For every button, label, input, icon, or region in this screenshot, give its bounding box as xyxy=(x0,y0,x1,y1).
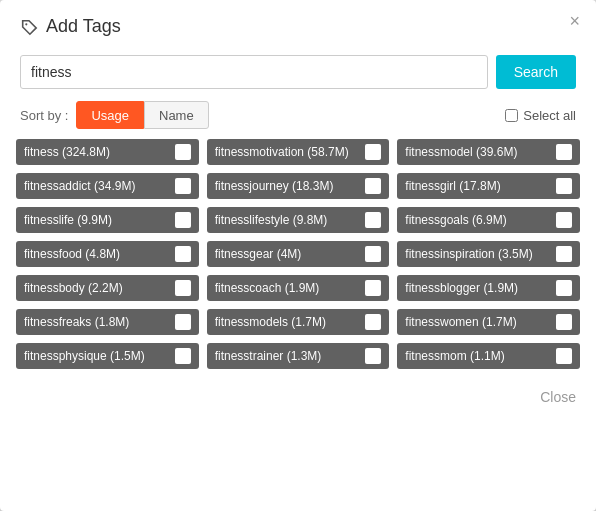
tag-item: fitness (324.8M) xyxy=(16,139,199,165)
tag-checkbox[interactable] xyxy=(365,212,381,228)
tag-checkbox[interactable] xyxy=(175,144,191,160)
tag-label: fitnesscoach (1.9M) xyxy=(215,281,360,295)
tag-checkbox[interactable] xyxy=(556,212,572,228)
tag-item: fitnessinspiration (3.5M) xyxy=(397,241,580,267)
tag-label: fitnessgoals (6.9M) xyxy=(405,213,550,227)
tag-label: fitnesswomen (1.7M) xyxy=(405,315,550,329)
tag-checkbox[interactable] xyxy=(365,178,381,194)
tag-item: fitnessfreaks (1.8M) xyxy=(16,309,199,335)
tag-item: fitnessgear (4M) xyxy=(207,241,390,267)
tag-checkbox[interactable] xyxy=(365,246,381,262)
tag-label: fitnessfood (4.8M) xyxy=(24,247,169,261)
tag-checkbox[interactable] xyxy=(556,280,572,296)
tag-label: fitnessphysique (1.5M) xyxy=(24,349,169,363)
sort-row: Sort by : Usage Name Select all xyxy=(0,101,596,139)
tag-item: fitnessmotivation (58.7M) xyxy=(207,139,390,165)
tag-checkbox[interactable] xyxy=(365,314,381,330)
sort-name-button[interactable]: Name xyxy=(144,101,209,129)
tag-checkbox[interactable] xyxy=(175,314,191,330)
tag-item: fitnesstrainer (1.3M) xyxy=(207,343,390,369)
tag-checkbox[interactable] xyxy=(175,212,191,228)
tag-label: fitnessaddict (34.9M) xyxy=(24,179,169,193)
tag-checkbox[interactable] xyxy=(556,178,572,194)
tag-checkbox[interactable] xyxy=(365,144,381,160)
search-input[interactable] xyxy=(20,55,488,89)
add-tags-dialog: Add Tags × Search Sort by : Usage Name S… xyxy=(0,0,596,511)
tag-item: fitnessbody (2.2M) xyxy=(16,275,199,301)
tag-label: fitnessinspiration (3.5M) xyxy=(405,247,550,261)
tag-item: fitnessjourney (18.3M) xyxy=(207,173,390,199)
sort-usage-button[interactable]: Usage xyxy=(76,101,144,129)
tag-checkbox[interactable] xyxy=(556,144,572,160)
dialog-footer: Close xyxy=(0,379,596,419)
tag-checkbox[interactable] xyxy=(556,348,572,364)
tag-item: fitnesswomen (1.7M) xyxy=(397,309,580,335)
tag-label: fitnessmotivation (58.7M) xyxy=(215,145,360,159)
tag-checkbox[interactable] xyxy=(175,280,191,296)
tag-checkbox[interactable] xyxy=(556,246,572,262)
sort-label: Sort by : xyxy=(20,108,68,123)
tag-checkbox[interactable] xyxy=(556,314,572,330)
tag-checkbox[interactable] xyxy=(365,280,381,296)
tag-label: fitnessgirl (17.8M) xyxy=(405,179,550,193)
tag-label: fitnesslife (9.9M) xyxy=(24,213,169,227)
tag-item: fitnessmom (1.1M) xyxy=(397,343,580,369)
tag-checkbox[interactable] xyxy=(365,348,381,364)
tag-item: fitnessblogger (1.9M) xyxy=(397,275,580,301)
tag-label: fitnessjourney (18.3M) xyxy=(215,179,360,193)
tag-item: fitnessmodel (39.6M) xyxy=(397,139,580,165)
dialog-header: Add Tags × xyxy=(0,0,596,47)
tag-item: fitnesslife (9.9M) xyxy=(16,207,199,233)
tag-checkbox[interactable] xyxy=(175,246,191,262)
select-all-label: Select all xyxy=(523,108,576,123)
tags-scroll-area[interactable]: fitness (324.8M)fitnessmotivation (58.7M… xyxy=(0,139,596,379)
tag-item: fitnessphysique (1.5M) xyxy=(16,343,199,369)
tag-item: fitnessfood (4.8M) xyxy=(16,241,199,267)
dialog-title: Add Tags xyxy=(46,16,121,37)
tag-label: fitnessmodel (39.6M) xyxy=(405,145,550,159)
svg-point-0 xyxy=(25,23,27,25)
tags-grid: fitness (324.8M)fitnessmotivation (58.7M… xyxy=(16,139,580,369)
tag-item: fitnessaddict (34.9M) xyxy=(16,173,199,199)
tag-item: fitnesslifestyle (9.8M) xyxy=(207,207,390,233)
tag-label: fitnessgear (4M) xyxy=(215,247,360,261)
select-all-wrap: Select all xyxy=(505,108,576,123)
tag-label: fitnessblogger (1.9M) xyxy=(405,281,550,295)
dialog-close-button[interactable]: × xyxy=(569,12,580,30)
tag-label: fitnesstrainer (1.3M) xyxy=(215,349,360,363)
tag-checkbox[interactable] xyxy=(175,178,191,194)
tag-icon xyxy=(20,18,38,36)
tag-label: fitnesslifestyle (9.8M) xyxy=(215,213,360,227)
tag-label: fitnessbody (2.2M) xyxy=(24,281,169,295)
close-footer-button[interactable]: Close xyxy=(540,389,576,405)
tag-item: fitnessmodels (1.7M) xyxy=(207,309,390,335)
tag-checkbox[interactable] xyxy=(175,348,191,364)
tag-item: fitnessgoals (6.9M) xyxy=(397,207,580,233)
tag-label: fitness (324.8M) xyxy=(24,145,169,159)
tag-label: fitnessfreaks (1.8M) xyxy=(24,315,169,329)
tag-item: fitnesscoach (1.9M) xyxy=(207,275,390,301)
search-button[interactable]: Search xyxy=(496,55,576,89)
tag-item: fitnessgirl (17.8M) xyxy=(397,173,580,199)
tag-label: fitnessmodels (1.7M) xyxy=(215,315,360,329)
search-row: Search xyxy=(0,47,596,101)
select-all-checkbox[interactable] xyxy=(505,109,518,122)
tag-label: fitnessmom (1.1M) xyxy=(405,349,550,363)
